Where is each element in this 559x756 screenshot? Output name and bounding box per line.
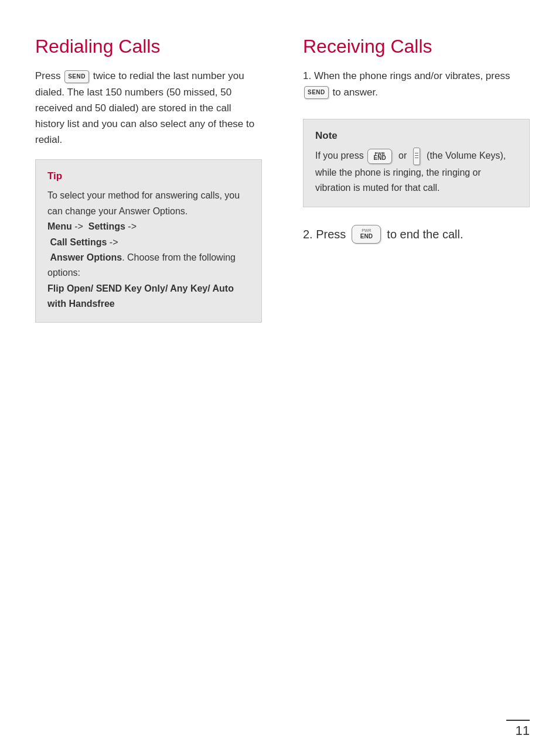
tip-line1: To select your method for answering call… <box>47 188 250 219</box>
end-key-note-icon: PWR END <box>367 149 392 164</box>
redialing-calls-title: Redialing Calls <box>35 35 262 57</box>
right-column: Receiving Calls 1. When the phone rings … <box>297 35 530 323</box>
step1-post: to answer. <box>333 87 379 98</box>
redialing-body: Press SEND twice to redial the last numb… <box>35 68 262 148</box>
note-label: Note <box>315 130 517 142</box>
left-column: Redialing Calls Press SEND twice to redi… <box>35 35 274 323</box>
body-press-text: Press <box>35 70 60 81</box>
step2-item: 2. Press PWR END to end the call. <box>303 225 530 244</box>
step1-item: 1. When the phone rings and/or vibrates,… <box>303 68 530 109</box>
tip-line5: Flip Open/ SEND Key Only/ Any Key/ Auto … <box>47 281 250 312</box>
page-number: 11 <box>516 723 530 738</box>
tip-line4: Answer Options. Choose from the followin… <box>47 250 250 281</box>
end-key-step2-icon: PWR END <box>352 225 381 244</box>
receiving-calls-title: Receiving Calls <box>303 35 530 57</box>
volume-key-icon <box>413 148 420 165</box>
tip-text: To select your method for answering call… <box>47 188 250 312</box>
step2-post: to end the call. <box>387 225 463 244</box>
tip-line2: Menu -> Settings -> <box>47 219 250 234</box>
note-text: If you press PWR END or (the Volume Keys… <box>315 148 517 196</box>
page-line-decoration <box>506 720 530 721</box>
send-key-icon: SEND <box>64 70 89 83</box>
step1-text: 1. When the phone rings and/or vibrates,… <box>303 68 530 100</box>
note-box: Note If you press PWR END or (the Volume… <box>303 119 530 207</box>
tip-box: Tip To select your method for answering … <box>35 159 262 323</box>
note-content: If you press PWR END or (the Volume Keys… <box>315 148 517 196</box>
tip-line3: Call Settings -> <box>47 235 250 250</box>
step1-pre: 1. When the phone rings and/or vibrates,… <box>303 70 510 81</box>
tip-label: Tip <box>47 170 250 182</box>
send-key-answer-icon: SEND <box>304 86 329 99</box>
step2-pre: 2. Press <box>303 225 346 244</box>
